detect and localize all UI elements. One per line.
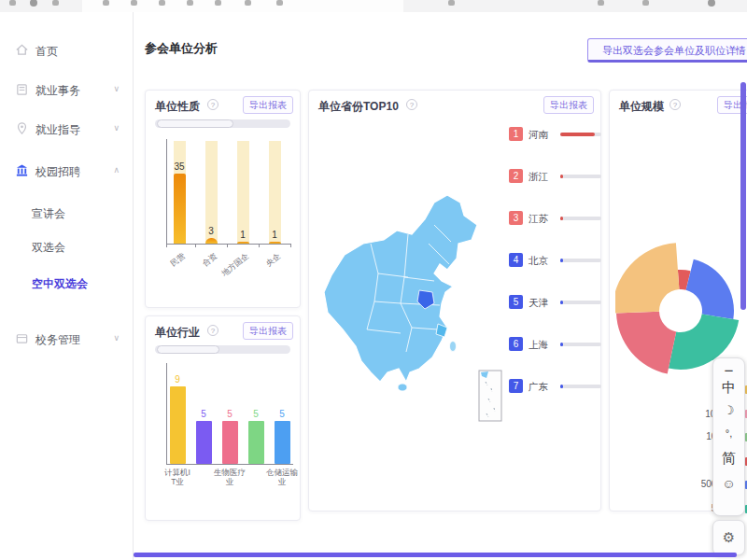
axis-tick — [290, 244, 291, 247]
sidebar: 首页就业事务∨就业指导∨校园招聘∧宣讲会双选会空中双选会校务管理∨ — [0, 12, 134, 560]
bookmark-icon[interactable] — [598, 0, 604, 6]
bar-chart-unit-nature[interactable]: 35 民营 3 合资 1 地方国企 1 央企 — [146, 133, 300, 303]
datazoom-slider[interactable] — [155, 119, 290, 128]
tab-icon[interactable] — [276, 0, 283, 6]
export-report-button[interactable]: 导出报表 — [543, 96, 594, 114]
bar-value[interactable] — [248, 421, 264, 464]
export-fair-units-button[interactable]: 导出双选会参会单位及职位详情 — [587, 38, 747, 63]
pie-segment[interactable] — [686, 259, 734, 319]
x-axis-label: 民营 — [155, 251, 189, 281]
bar-value-label: 1 — [263, 230, 286, 240]
sidebar-item-宣讲会[interactable]: 宣讲会 — [0, 203, 133, 225]
x-axis-label: 生物医疗业 — [208, 468, 251, 486]
star-icon[interactable] — [448, 0, 455, 6]
panel-unit-nature: 单位性质 ? 导出报表 35 民营 3 合资 1 地方国企 1 央企 — [145, 90, 301, 308]
rank-bar-track — [560, 217, 601, 220]
export-report-button[interactable]: 导出报表 — [243, 322, 293, 340]
pie-segment[interactable] — [615, 243, 679, 313]
bar-value[interactable] — [269, 242, 281, 244]
browser-toolbar — [0, 0, 747, 13]
sidebar-item-label: 首页 — [35, 44, 58, 60]
horizontal-scrollbar-thumb[interactable] — [134, 553, 737, 557]
emoji-icon[interactable]: ☺ — [713, 476, 744, 491]
tab-icon[interactable] — [131, 0, 137, 6]
minimize-icon[interactable]: − — [713, 362, 744, 381]
rank-bar-fill — [560, 259, 563, 262]
rank-bar-fill — [560, 217, 563, 220]
y-axis — [166, 139, 167, 245]
bar-value[interactable] — [170, 386, 186, 464]
slider-thumb[interactable] — [157, 345, 219, 354]
x-axis-label: 地方国企 — [218, 251, 252, 281]
help-icon[interactable]: ? — [207, 99, 218, 110]
bar-value-label: 9 — [166, 374, 189, 385]
rank-bar-track — [560, 133, 601, 136]
tab-icon[interactable] — [187, 0, 193, 6]
bar-value[interactable] — [237, 242, 249, 244]
rank-bar-fill — [560, 175, 563, 178]
datazoom-slider[interactable] — [155, 345, 290, 354]
sidebar-item-首页[interactable]: 首页 — [0, 40, 133, 63]
rank-bar-fill — [560, 133, 595, 136]
bar-chart-unit-industry[interactable]: 9 5 5 5 5计算机IT业生物医疗业仓储运输业 — [146, 359, 300, 516]
rank-badge: 4 — [509, 253, 523, 267]
axis-tick — [166, 244, 167, 247]
bar-value[interactable] — [205, 238, 218, 244]
pie-segment[interactable] — [616, 312, 676, 374]
home-icon[interactable] — [52, 0, 59, 6]
rank-bar-fill — [560, 343, 563, 346]
help-icon[interactable]: ? — [406, 99, 417, 110]
refresh-icon[interactable] — [30, 0, 37, 7]
slider-thumb[interactable] — [157, 119, 233, 128]
panel-unit-industry: 单位行业 ? 导出报表 9 5 5 5 5计算机IT业生物医疗业仓储运输业 — [145, 315, 301, 521]
province-name: 江苏 — [529, 213, 548, 226]
bar-value-label: 5 — [271, 409, 293, 419]
bar-value[interactable] — [196, 421, 212, 464]
tab-icon[interactable] — [159, 0, 165, 6]
tab-icon[interactable] — [245, 0, 251, 6]
pin-icon — [15, 121, 29, 135]
sidebar-item-label: 校务管理 — [35, 332, 80, 348]
sidebar-item-校园招聘[interactable]: 校园招聘∧ — [0, 161, 133, 183]
rank-bar-track — [560, 175, 601, 178]
sidebar-item-就业事务[interactable]: 就业事务∨ — [0, 79, 133, 102]
province-name: 河南 — [529, 129, 548, 142]
province-name: 浙江 — [529, 171, 548, 184]
bar-value[interactable] — [275, 421, 290, 464]
app-window: 首页就业事务∨就业指导∨校园招聘∧宣讲会双选会空中双选会校务管理∨ 参会单位分析… — [0, 0, 747, 560]
tab-icon[interactable] — [103, 0, 109, 6]
chinese-mode-button[interactable]: 中 — [713, 379, 744, 397]
china-map[interactable] — [315, 188, 511, 430]
back-icon[interactable] — [9, 0, 16, 6]
rank-bar-fill — [560, 385, 563, 388]
help-icon[interactable]: ? — [207, 325, 218, 336]
extensions-icon[interactable] — [642, 0, 649, 6]
sidebar-item-label: 就业指导 — [35, 122, 80, 138]
bar-background — [269, 141, 281, 244]
province-name: 天津 — [529, 297, 548, 310]
folder-icon — [15, 331, 29, 345]
export-report-button[interactable]: 导出报表 — [243, 96, 293, 114]
chevron-down-icon: ∨ — [113, 333, 120, 343]
home-icon — [15, 43, 29, 57]
halfwidth-moon-icon[interactable]: ☽ — [713, 403, 744, 417]
help-icon[interactable]: ? — [669, 99, 681, 110]
south-china-sea-inset — [479, 371, 501, 421]
bar-value-label: 3 — [200, 226, 222, 236]
chevron-down-icon: ∨ — [113, 123, 120, 133]
punctuation-mode-icon[interactable]: °, — [713, 427, 744, 439]
sidebar-item-就业指导[interactable]: 就业指导∨ — [0, 119, 133, 141]
tab-icon[interactable] — [215, 0, 221, 6]
sidebar-item-校务管理[interactable]: 校务管理∨ — [0, 329, 133, 351]
vertical-scrollbar-thumb[interactable] — [740, 82, 746, 310]
province-name: 北京 — [529, 255, 548, 268]
panel-title: 单位规模 — [619, 99, 664, 115]
x-axis — [166, 244, 291, 245]
bar-value[interactable] — [222, 421, 238, 464]
simplified-chinese-button[interactable]: 简 — [713, 450, 744, 468]
sidebar-item-双选会[interactable]: 双选会 — [0, 236, 133, 259]
bar-value[interactable] — [174, 174, 186, 244]
avatar-icon[interactable] — [708, 0, 715, 7]
ime-settings-button[interactable]: ⚙ — [712, 520, 745, 555]
sidebar-item-空中双选会[interactable]: 空中双选会 — [0, 273, 133, 295]
